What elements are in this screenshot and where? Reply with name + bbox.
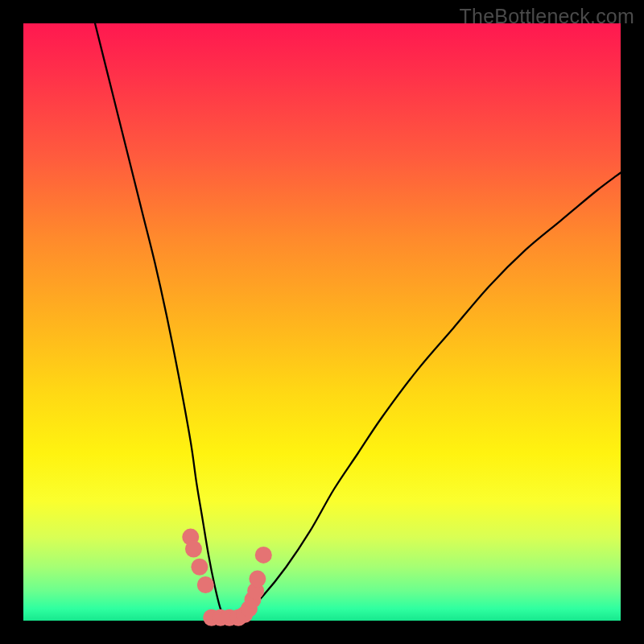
data-marker: [249, 571, 266, 588]
chart-frame: TheBottleneck.com: [0, 0, 644, 644]
bottleneck-curve: [95, 23, 621, 621]
marker-group: [182, 529, 272, 626]
data-marker: [197, 576, 214, 593]
chart-svg: [23, 23, 621, 621]
data-marker: [255, 547, 272, 564]
data-marker: [185, 540, 202, 557]
data-marker: [191, 559, 208, 576]
